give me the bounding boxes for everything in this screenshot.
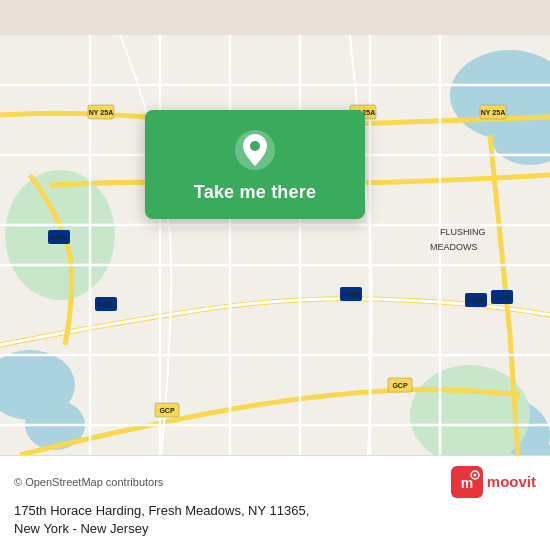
moovit-icon: m — [451, 466, 483, 498]
svg-text:I-495: I-495 — [343, 291, 359, 298]
moovit-logo: m moovit — [451, 466, 536, 498]
svg-text:I-495: I-495 — [98, 301, 114, 308]
bottom-info-bar: © OpenStreetMap contributors m moovit 17… — [0, 455, 550, 550]
svg-point-53 — [250, 141, 260, 151]
svg-text:I-670: I-670 — [51, 234, 67, 241]
navigation-card: Take me there — [145, 110, 365, 219]
map-container: NY 25A NY 25A NY 25A NY 25A I-495 I-495 … — [0, 0, 550, 550]
location-pin-icon — [233, 128, 277, 172]
svg-text:NY 25A: NY 25A — [481, 109, 505, 116]
svg-text:GCP: GCP — [392, 382, 408, 389]
svg-point-57 — [473, 473, 476, 476]
svg-text:NY 25A: NY 25A — [89, 109, 113, 116]
svg-text:I-495: I-495 — [468, 297, 484, 304]
moovit-brand-text: moovit — [487, 473, 536, 490]
svg-text:FLUSHING: FLUSHING — [440, 227, 486, 237]
address-text: 175th Horace Harding, Fresh Meadows, NY … — [14, 502, 536, 538]
osm-credit: © OpenStreetMap contributors — [14, 476, 163, 488]
take-me-there-button[interactable]: Take me there — [194, 182, 316, 203]
svg-text:GCP: GCP — [159, 407, 175, 414]
svg-text:MEADOWS: MEADOWS — [430, 242, 478, 252]
svg-text:I-295: I-295 — [494, 294, 510, 301]
